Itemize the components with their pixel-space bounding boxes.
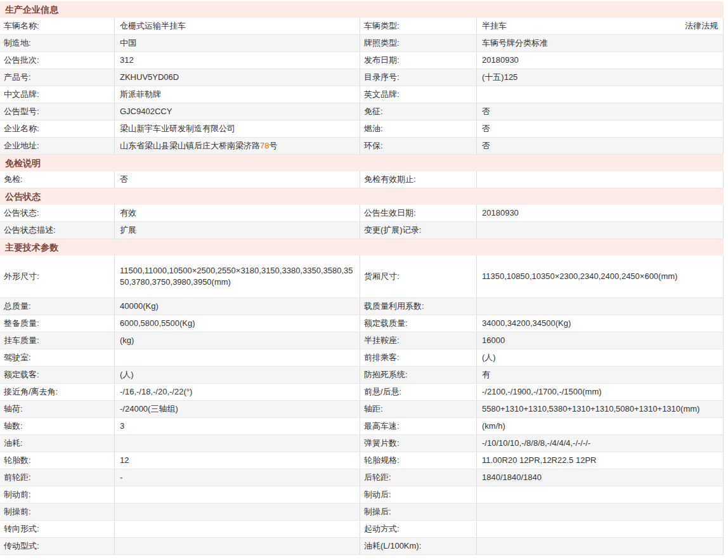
field-label: 免征: (360, 103, 477, 120)
field-label: 转向形式: (0, 521, 115, 537)
address-text: 号 (269, 140, 277, 152)
field-label: 油耗(L/100Km): (360, 538, 477, 554)
field-label: 轴荷: (0, 401, 115, 417)
field-label: 货厢尺寸: (360, 256, 477, 297)
field-label: 企业名称: (0, 120, 115, 137)
table-row: 免检: 否 免检有效期止: (0, 171, 724, 188)
field-value (477, 538, 724, 554)
field-value: 20180930 (477, 52, 724, 68)
field-value: 1840/1840/1840 (477, 469, 724, 486)
field-value (477, 86, 724, 103)
field-value: 312 (115, 52, 360, 68)
legal-regulations-link[interactable]: 法律法规 (685, 20, 719, 32)
section-header-inspection-exemption: 免检说明 (0, 155, 724, 171)
field-label: 整备质量: (0, 315, 115, 332)
field-label: 燃油: (360, 120, 477, 137)
field-value (477, 504, 724, 520)
field-value: 梁山新宇车业研发制造有限公司 (115, 120, 360, 137)
field-label: 英文品牌: (360, 86, 477, 103)
field-value: 6000,5800,5500(Kg) (115, 315, 360, 332)
field-label: 外形尺寸: (0, 256, 115, 297)
field-label: 半挂鞍座: (360, 332, 477, 349)
table-row: 传动型式: 油耗(L/100Km): (0, 538, 724, 555)
field-value: 仓栅式运输半挂车 (115, 18, 360, 34)
field-label: 公告批次: (0, 52, 115, 68)
field-value: -/24000(三轴组) (115, 401, 360, 417)
table-row: 轴荷: -/24000(三轴组) 轴距: 5580+1310+1310,5380… (0, 401, 724, 418)
field-value: 扩展 (115, 222, 360, 238)
address-text: 山东省梁山县梁山镇后庄大桥南梁济路 (120, 140, 260, 152)
field-value (115, 435, 360, 452)
field-label: 中文品牌: (0, 86, 115, 103)
table-row: 企业名称: 梁山新宇车业研发制造有限公司 燃油: 否 (0, 120, 724, 138)
field-label: 牌照类型: (360, 35, 477, 51)
table-row: 制操前: 制操后: (0, 504, 724, 521)
field-label: 防抱死系统: (360, 367, 477, 383)
table-row: 企业地址: 山东省梁山县梁山镇后庄大桥南梁济路78号 环保: 否 (0, 138, 724, 155)
field-label: 载质量利用系数: (360, 298, 477, 315)
field-value (115, 521, 360, 537)
field-label: 制动前: (0, 486, 115, 503)
table-row: 油耗: 弹簧片数: -/10/10/10,-/8/8/8,-/4/4/4,-/-… (0, 435, 724, 452)
field-value: 16000 (477, 332, 724, 349)
field-label: 变更(扩展)记录: (360, 222, 477, 238)
field-value: (十五)125 (477, 69, 724, 86)
table-row: 车辆名称: 仓栅式运输半挂车 车辆类型: 半挂车 法律法规 (0, 18, 724, 35)
table-row: 轴数: 3 最高车速: (km/h) (0, 418, 724, 435)
table-row: 公告状态: 有效 公告生效日期: 20180930 (0, 205, 724, 222)
field-label: 轴距: (360, 401, 477, 417)
field-value: 34000,34200,34500(Kg) (477, 315, 724, 332)
field-value: - (115, 469, 360, 486)
table-row: 前轮距: - 后轮距: 1840/1840/1840 (0, 469, 724, 486)
field-label: 额定载客: (0, 367, 115, 383)
field-value: 否 (477, 103, 724, 120)
table-row: 制造地: 中国 牌照类型: 车辆号牌分类标准 (0, 35, 724, 52)
field-label: 制动后: (360, 486, 477, 503)
field-value (115, 349, 360, 366)
field-value: (km/h) (477, 418, 724, 434)
field-value: 否 (477, 120, 724, 137)
field-value (477, 486, 724, 503)
field-value-text: 半挂车 (482, 20, 685, 32)
field-label: 接近角/离去角: (0, 384, 115, 400)
field-label: 轮胎数: (0, 452, 115, 469)
field-value: (人) (115, 367, 360, 383)
field-value: -/10/10/10,-/8/8/8,-/4/4/4,-/-/-/- (477, 435, 724, 452)
field-label: 发布日期: (360, 52, 477, 68)
field-label: 目录序号: (360, 69, 477, 86)
field-label: 环保: (360, 138, 477, 154)
table-row: 总质量: 40000(Kg) 载质量利用系数: (0, 298, 724, 315)
field-label: 额定载质量: (360, 315, 477, 332)
field-value (477, 222, 724, 238)
table-row: 公告型号: GJC9402CCY 免征: 否 (0, 103, 724, 120)
field-label: 最高车速: (360, 418, 477, 434)
table-row: 公告批次: 312 发布日期: 20180930 (0, 52, 724, 69)
field-label: 传动型式: (0, 538, 115, 554)
field-label: 后轮距: (360, 469, 477, 486)
field-label: 前轮距: (0, 469, 115, 486)
field-value: 否 (115, 171, 360, 188)
field-label: 公告生效日期: (360, 205, 477, 221)
table-row: 接近角/离去角: -/16,-/18,-/20,-/22(°) 前悬/后悬: -… (0, 384, 724, 401)
field-value: GJC9402CCY (115, 103, 360, 120)
field-value (115, 538, 360, 554)
field-value: 斯派菲勒牌 (115, 86, 360, 103)
field-label: 产品号: (0, 69, 115, 86)
field-label: 制操后: (360, 504, 477, 520)
field-value: ZKHUV5YD06D (115, 69, 360, 86)
section-header-manufacturer-info: 生产企业信息 (0, 1, 724, 18)
field-label: 前悬/后悬: (360, 384, 477, 400)
field-value: -/2100,-/1900,-/1700,-/1500(mm) (477, 384, 724, 400)
field-label: 油耗: (0, 435, 115, 452)
field-value: -/16,-/18,-/20,-/22(°) (115, 384, 360, 400)
field-label: 免检: (0, 171, 115, 188)
table-row: 额定载客: (人) 防抱死系统: 有 (0, 367, 724, 384)
field-value: 有 (477, 367, 724, 383)
section-header-announcement-status: 公告状态 (0, 188, 724, 205)
field-value: 车辆号牌分类标准 (477, 35, 724, 51)
table-row: 制动前: 制动后: (0, 486, 724, 504)
table-row: 轮胎数: 12 轮胎规格: 11.00R20 12PR,12R22.5 12PR (0, 452, 724, 469)
table-row: 外形尺寸: 11500,11000,10500×2500,2550×3180,3… (0, 256, 724, 298)
field-value: 11350,10850,10350×2300,2340,2400,2450×60… (477, 256, 724, 297)
field-value: 11500,11000,10500×2500,2550×3180,3150,33… (115, 256, 360, 297)
